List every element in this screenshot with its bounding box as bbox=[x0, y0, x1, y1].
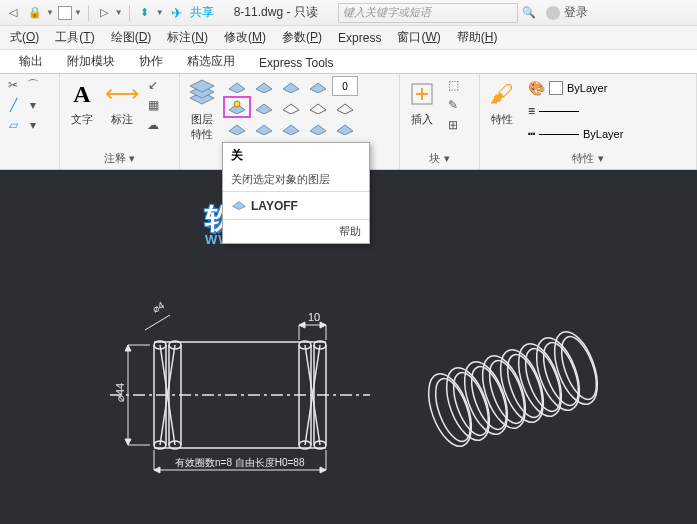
svg-point-0 bbox=[234, 101, 240, 107]
layer-stack-icon bbox=[186, 78, 218, 110]
layer-tool-icon[interactable] bbox=[278, 97, 304, 117]
layer-tool-icon[interactable] bbox=[251, 97, 277, 117]
layer-tool-icon[interactable] bbox=[224, 118, 250, 138]
share-icon[interactable]: ✈ bbox=[168, 4, 186, 22]
props-rows: 🎨 ByLayer ≡ ┅ ByLayer bbox=[528, 76, 623, 144]
share-label[interactable]: 共享 bbox=[190, 4, 214, 21]
search-icon[interactable]: 🔍 bbox=[520, 4, 538, 22]
chevron-down-icon[interactable]: ▾ bbox=[24, 96, 42, 114]
menu-modify[interactable]: 修改(M) bbox=[218, 27, 272, 48]
lineweight-dropdown[interactable]: ≡ bbox=[528, 101, 623, 121]
tab-express[interactable]: Express Tools bbox=[248, 52, 344, 73]
panel-block: 插入 ⬚ ✎ ⊞ 块 ▾ bbox=[400, 74, 480, 169]
layer-tool-icon[interactable] bbox=[278, 118, 304, 138]
insert-label: 插入 bbox=[411, 112, 433, 127]
menu-dim[interactable]: 标注(N) bbox=[161, 27, 214, 48]
layer-off-button[interactable] bbox=[224, 97, 250, 117]
search-placeholder: 键入关键字或短语 bbox=[343, 5, 431, 20]
leader-icon[interactable]: ↙ bbox=[144, 76, 162, 94]
layer-properties-label: 图层 特性 bbox=[191, 112, 213, 142]
layer-tool-icon[interactable] bbox=[332, 97, 358, 117]
insert-button[interactable]: 插入 bbox=[404, 76, 440, 129]
text-icon: A bbox=[66, 78, 98, 110]
menu-param[interactable]: 参数(P) bbox=[276, 27, 328, 48]
layer-tool-icon[interactable] bbox=[305, 97, 331, 117]
menubar: 式(O) 工具(T) 绘图(D) 标注(N) 修改(M) 参数(P) Expre… bbox=[0, 26, 697, 50]
tab-collab[interactable]: 协作 bbox=[128, 49, 174, 73]
arc-icon[interactable]: ⌒ bbox=[24, 76, 42, 94]
chevron-down-icon[interactable]: ▼ bbox=[74, 8, 82, 17]
block-extra: ⬚ ✎ ⊞ bbox=[444, 76, 462, 134]
separator bbox=[88, 5, 89, 21]
dim-d44: ⌀44 bbox=[114, 383, 126, 402]
search-input[interactable]: 键入关键字或短语 bbox=[338, 3, 518, 23]
menu-format[interactable]: 式(O) bbox=[4, 27, 45, 48]
match-props-button[interactable]: 🖌 特性 bbox=[484, 76, 520, 129]
svg-marker-32 bbox=[125, 345, 131, 351]
login-label: 登录 bbox=[564, 4, 588, 21]
box-icon[interactable]: ▱ bbox=[4, 116, 22, 134]
edit-block-icon[interactable]: ✎ bbox=[444, 96, 462, 114]
chevron-down-icon[interactable]: ▼ bbox=[115, 8, 123, 17]
panel-title-block[interactable]: 块 ▾ bbox=[404, 150, 475, 167]
dim-10: 10 bbox=[308, 311, 320, 323]
text-button[interactable]: A 文字 bbox=[64, 76, 100, 129]
tooltip-desc: 关闭选定对象的图层 bbox=[223, 168, 369, 192]
filter-icon[interactable]: ⬍ bbox=[136, 4, 154, 22]
table-icon[interactable]: ▦ bbox=[144, 96, 162, 114]
color-wheel-icon: 🎨 bbox=[528, 80, 545, 96]
chevron-down-icon[interactable]: ▼ bbox=[46, 8, 54, 17]
menu-express[interactable]: Express bbox=[332, 29, 387, 47]
menu-tools[interactable]: 工具(T) bbox=[49, 27, 100, 48]
nav-left-icon[interactable]: ◁ bbox=[4, 4, 22, 22]
swatch-icon[interactable] bbox=[58, 6, 72, 20]
dimension-button[interactable]: ⟷ 标注 bbox=[104, 76, 140, 129]
panel-title-annotate[interactable]: 注释 ▾ bbox=[64, 150, 175, 167]
dimension-icon: ⟷ bbox=[106, 78, 138, 110]
linetype-dropdown[interactable]: ┅ ByLayer bbox=[528, 124, 623, 144]
layer-tool-icon[interactable] bbox=[224, 76, 250, 96]
layer-tool-icon[interactable] bbox=[332, 118, 358, 138]
cut-icon[interactable]: ✂ bbox=[4, 76, 22, 94]
layer-off-tooltip: 关 关闭选定对象的图层 LAYOFF 帮助 bbox=[222, 142, 370, 244]
tab-addons[interactable]: 附加模块 bbox=[56, 49, 126, 73]
dim-d4: ⌀4 bbox=[151, 299, 167, 315]
menu-draw[interactable]: 绘图(D) bbox=[105, 27, 158, 48]
text-label: 文字 bbox=[71, 112, 93, 127]
attr-icon[interactable]: ⊞ bbox=[444, 116, 462, 134]
dimension-label: 标注 bbox=[111, 112, 133, 127]
svg-line-30 bbox=[145, 315, 170, 330]
chevron-down-icon[interactable]: ▾ bbox=[24, 116, 42, 134]
bylayer-label: ByLayer bbox=[583, 128, 623, 140]
svg-marker-39 bbox=[154, 467, 160, 473]
tooltip-command: LAYOFF bbox=[223, 192, 369, 220]
tab-featured[interactable]: 精选应用 bbox=[176, 49, 246, 73]
lock-icon[interactable]: 🔒 bbox=[26, 4, 44, 22]
separator bbox=[129, 5, 130, 21]
layer-tool-icon[interactable] bbox=[251, 118, 277, 138]
login-button[interactable]: 登录 bbox=[546, 4, 588, 21]
tab-output[interactable]: 输出 bbox=[8, 49, 54, 73]
linetype-icon: ┅ bbox=[528, 127, 535, 141]
line-icon[interactable]: ╱ bbox=[4, 96, 22, 114]
svg-marker-28 bbox=[299, 322, 305, 328]
lineweight-icon: ≡ bbox=[528, 104, 535, 118]
cloud-icon[interactable]: ☁ bbox=[144, 116, 162, 134]
panel-title-props[interactable]: 特性 ▾ bbox=[484, 150, 692, 167]
layer-properties-button[interactable]: 图层 特性 bbox=[184, 76, 220, 144]
layer-tool-icon[interactable] bbox=[251, 76, 277, 96]
chevron-down-icon[interactable]: ▼ bbox=[156, 8, 164, 17]
menu-help[interactable]: 帮助(H) bbox=[451, 27, 504, 48]
nav-right-icon[interactable]: ▷ bbox=[95, 4, 113, 22]
match-props-label: 特性 bbox=[491, 112, 513, 127]
dim-note: 有效圈数n=8 自由长度H0=88 bbox=[175, 457, 305, 468]
layer-tool-icon[interactable] bbox=[305, 118, 331, 138]
layer-tool-icon[interactable] bbox=[305, 76, 331, 96]
tooltip-help[interactable]: 帮助 bbox=[223, 220, 369, 243]
color-dropdown[interactable]: 🎨 ByLayer bbox=[528, 78, 623, 98]
avatar-icon bbox=[546, 6, 560, 20]
menu-window[interactable]: 窗口(W) bbox=[391, 27, 446, 48]
layer-swatch[interactable]: 0 bbox=[332, 76, 358, 96]
layer-tool-icon[interactable] bbox=[278, 76, 304, 96]
create-block-icon[interactable]: ⬚ bbox=[444, 76, 462, 94]
